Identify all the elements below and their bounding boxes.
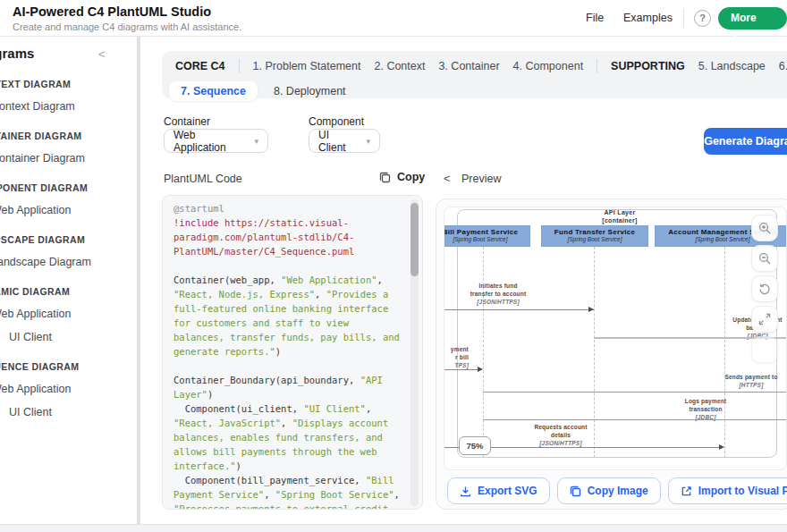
code-line: PlantUML/master/C4_Sequence.puml bbox=[173, 244, 400, 258]
code-line: paradigm.com/plantuml-stdlib/C4- bbox=[173, 230, 400, 244]
code-line: balances, enables fund transfers, and bbox=[173, 430, 400, 444]
arrowhead-icon bbox=[719, 444, 724, 450]
tab-4-component[interactable]: 4. Component bbox=[513, 60, 584, 72]
import-to-visual-paradigm-button[interactable]: Import to Visual Paradigm bbox=[668, 477, 787, 504]
help-icon[interactable]: ? bbox=[694, 10, 711, 27]
zoom-out-button[interactable] bbox=[751, 245, 778, 272]
copy-icon bbox=[379, 172, 391, 183]
import-label: Import to Visual Paradigm bbox=[698, 485, 787, 497]
boundary-title: API Layer bbox=[530, 209, 709, 215]
code-line: Component(ui_client, "UI Client", bbox=[173, 401, 400, 416]
tab-3-container[interactable]: 3. Container bbox=[438, 60, 499, 72]
sidebar-item-ui-client[interactable]: UI Client bbox=[9, 406, 137, 419]
sidebar-collapse-icon[interactable]: < bbox=[98, 47, 106, 61]
diagram-viewport[interactable]: API Layer [container] Bill Payment Servi… bbox=[444, 207, 787, 470]
sidebar-item-context-diagram[interactable]: Context Diagram bbox=[0, 100, 137, 114]
code-line: allows bill payments through the web bbox=[173, 444, 400, 459]
zoom-in-button[interactable] bbox=[751, 215, 778, 241]
code-line: for customers and staff to view bbox=[173, 316, 400, 330]
sidebar-section-dynamic-diagram: DYNAMIC DIAGRAM bbox=[0, 286, 137, 298]
preview-collapse-icon[interactable]: < bbox=[444, 172, 451, 185]
code-line: Component(bill_payment_service, "Bill bbox=[173, 473, 400, 487]
tab-sequence[interactable]: 7. Sequence bbox=[169, 81, 258, 101]
external-link-icon bbox=[681, 486, 692, 497]
export-svg-label: Export SVG bbox=[478, 485, 537, 497]
reset-view-button[interactable] bbox=[751, 275, 778, 302]
sidebar-item-web-application[interactable]: Web Application bbox=[0, 383, 137, 396]
menu-examples[interactable]: Examples bbox=[623, 12, 673, 24]
zoom-level-badge: 75% bbox=[459, 436, 491, 455]
preview-title: Preview bbox=[461, 173, 501, 185]
fullscreen-button[interactable] bbox=[751, 306, 778, 333]
sidebar: Diagrams < CONTEXT DIAGRAMContext Diagra… bbox=[0, 37, 137, 524]
generate-diagram-button[interactable]: Generate Diagram bbox=[704, 128, 787, 155]
sidebar-item-landscape-diagram[interactable]: Landscape Diagram bbox=[0, 256, 137, 269]
code-line: !include https://static.visual- bbox=[173, 215, 400, 230]
container-label: Container bbox=[164, 115, 210, 128]
tab-divider bbox=[239, 59, 240, 73]
export-svg-button[interactable]: Export SVG bbox=[447, 477, 550, 504]
more-apps-button[interactable]: More Apps bbox=[718, 7, 787, 30]
lifeline bbox=[724, 247, 725, 458]
message-label: Requests account details [JSON/HTTPS] bbox=[498, 423, 623, 447]
arrowhead-icon bbox=[588, 307, 594, 312]
sidebar-item-web-application[interactable]: Web Application bbox=[0, 308, 137, 321]
header-divider bbox=[683, 9, 684, 28]
sidebar-scrollbar[interactable] bbox=[137, 37, 140, 532]
sidebar-section-component-diagram: COMPONENT DIAGRAM bbox=[0, 182, 137, 194]
code-line: Payment Service", "Spring Boot Service", bbox=[173, 487, 400, 502]
sidebar-section-sequence-diagram: SEQUENCE DIAGRAM bbox=[0, 361, 137, 373]
code-line: "React, JavaScript", "Displays account bbox=[173, 416, 400, 430]
app-subtitle: Create and manage C4 diagrams with AI as… bbox=[13, 21, 241, 32]
container-select[interactable]: Web Application ▾ bbox=[164, 129, 268, 153]
sidebar-section-landscape-diagram: LANDSCAPE DIAGRAM bbox=[0, 234, 137, 246]
app-window: AI-Powered C4 PlantUML Studio Create and… bbox=[0, 0, 787, 532]
horizontal-scrollbar[interactable] bbox=[0, 524, 787, 532]
extra-control-button[interactable] bbox=[751, 336, 778, 363]
participant-tech: [Spring Boot Service] bbox=[444, 236, 529, 242]
code-editor[interactable]: @startuml!include https://static.visual-… bbox=[162, 195, 423, 510]
message-arrow bbox=[444, 309, 594, 310]
sidebar-item-ui-client[interactable]: UI Client bbox=[9, 331, 137, 344]
tab-1-problem-statement[interactable]: 1. Problem Statement bbox=[253, 60, 361, 72]
tab-deployment[interactable]: 8. Deployment bbox=[268, 81, 351, 101]
copy-code-button[interactable]: Copy bbox=[379, 171, 425, 183]
code-line bbox=[173, 258, 400, 273]
code-line: full-featured online banking interface bbox=[173, 301, 400, 316]
container-select-value: Web Application bbox=[173, 129, 247, 154]
sidebar-section-container-diagram: CONTAINER DIAGRAM bbox=[0, 131, 137, 142]
copy-label: Copy bbox=[397, 171, 425, 183]
code-panel-title: PlantUML Code bbox=[164, 173, 242, 185]
message-arrow bbox=[483, 392, 787, 393]
code-line: "Processes payments to external credit bbox=[173, 502, 400, 510]
component-label: Component bbox=[309, 115, 364, 128]
tab-2-context[interactable]: 2. Context bbox=[374, 60, 425, 72]
code-scrollbar-thumb[interactable] bbox=[410, 203, 419, 276]
arrowhead-icon bbox=[478, 367, 483, 372]
code-line: generate reports.") bbox=[173, 344, 400, 359]
component-select[interactable]: UI Client ▾ bbox=[309, 129, 380, 153]
tab-divider bbox=[597, 59, 597, 73]
menu-file[interactable]: File bbox=[586, 12, 604, 24]
message-label: Logs payment transaction [JDBC] bbox=[643, 397, 768, 421]
sidebar-item-web-application[interactable]: Web Application bbox=[0, 204, 137, 217]
participant-tech: [Spring Boot Service] bbox=[542, 236, 647, 242]
tab-6-dynamic[interactable]: 6. Dynamic bbox=[779, 60, 787, 72]
sidebar-item-container-diagram[interactable]: Container Diagram bbox=[0, 152, 137, 165]
tab-supporting: SUPPORTING bbox=[611, 60, 685, 72]
code-line bbox=[173, 359, 400, 373]
participant-name: Fund Transfer Service bbox=[542, 228, 647, 236]
code-line: Container(web_app, "Web Application", bbox=[173, 273, 400, 287]
message-label: Sends payment to [HTTPS] bbox=[689, 373, 787, 389]
tabs-bar: CORE C41. Problem Statement2. Context3. … bbox=[162, 51, 787, 98]
zoom-in-icon bbox=[758, 222, 771, 234]
tab-5-landscape[interactable]: 5. Landscape bbox=[698, 60, 766, 72]
expand-icon bbox=[758, 313, 771, 325]
code-line: interface.") bbox=[173, 459, 400, 473]
copy-image-button[interactable]: Copy Image bbox=[557, 477, 661, 504]
code-line: Layer") bbox=[173, 387, 400, 401]
tab-core-c4: CORE C4 bbox=[175, 60, 225, 72]
message-label: yment r bill TPS] bbox=[444, 345, 469, 369]
message-arrow bbox=[444, 369, 481, 370]
code-line: @startuml bbox=[173, 201, 400, 215]
